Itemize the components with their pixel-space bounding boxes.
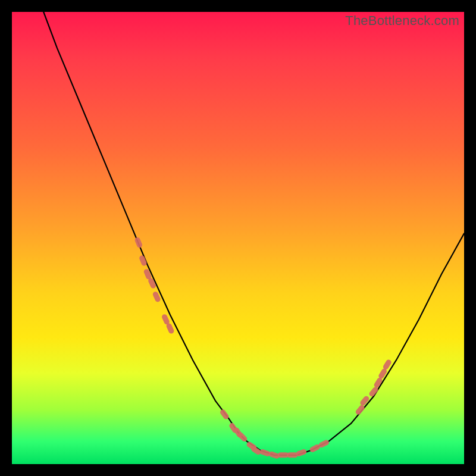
marker-pill — [359, 395, 370, 407]
plot-area: TheBottleneck.com — [12, 12, 464, 464]
marker-group — [134, 237, 392, 459]
chart-svg — [12, 12, 464, 464]
marker-pill — [355, 404, 365, 416]
marker-pill — [259, 449, 271, 457]
marker-pill — [287, 452, 298, 458]
bottleneck-curve — [43, 12, 464, 455]
marker-pill — [368, 386, 379, 398]
marker-pill — [134, 237, 143, 249]
outer-frame: TheBottleneck.com — [0, 0, 476, 476]
marker-pill — [295, 449, 307, 457]
